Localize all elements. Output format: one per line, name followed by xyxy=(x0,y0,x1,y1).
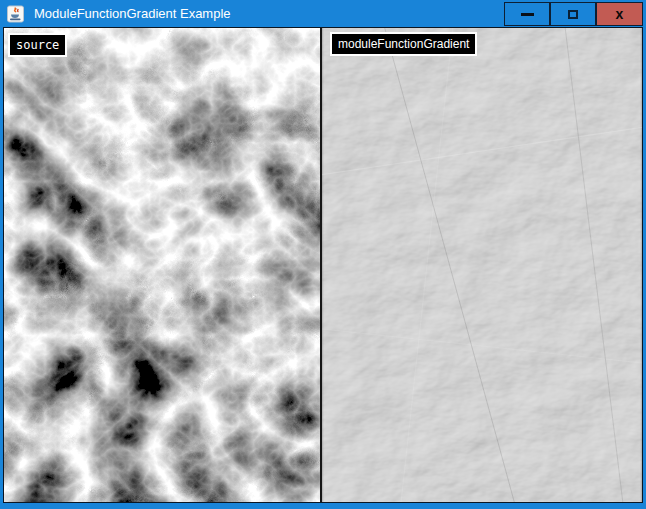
minimize-icon xyxy=(521,13,534,16)
close-button[interactable]: x xyxy=(596,2,643,26)
app-window: ModuleFunctionGradient Example x xyxy=(0,0,646,509)
source-noise-image xyxy=(4,28,320,502)
window-title: ModuleFunctionGradient Example xyxy=(34,0,231,28)
titlebar[interactable]: ModuleFunctionGradient Example x xyxy=(0,0,646,28)
gradient-noise-image xyxy=(322,28,642,502)
minimize-button[interactable] xyxy=(504,2,550,26)
panel-source: source xyxy=(4,28,320,502)
window-controls: x xyxy=(504,2,643,26)
maximize-icon xyxy=(568,10,578,19)
content-area: source xyxy=(4,28,642,502)
close-icon: x xyxy=(616,7,624,21)
gradient-label: moduleFunctionGradient xyxy=(330,32,477,56)
source-label: source xyxy=(8,33,67,57)
panel-gradient: moduleFunctionGradient xyxy=(322,28,642,502)
java-coffee-cup-icon[interactable] xyxy=(7,5,24,23)
maximize-button[interactable] xyxy=(550,2,596,26)
